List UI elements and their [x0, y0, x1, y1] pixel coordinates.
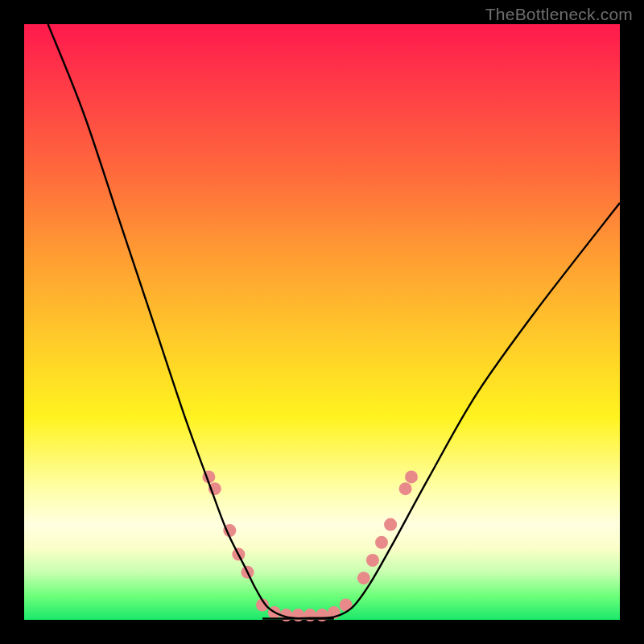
outer-frame: TheBottleneck.com — [0, 0, 644, 644]
data-bead — [399, 482, 412, 495]
data-bead — [405, 470, 418, 483]
gradient-plot-area — [24, 24, 620, 620]
data-bead — [366, 554, 379, 567]
chart-svg — [24, 24, 620, 620]
right-curve — [262, 203, 620, 619]
data-bead — [291, 609, 304, 621]
left-curve — [48, 24, 334, 619]
watermark-text: TheBottleneck.com — [485, 5, 633, 24]
data-bead — [357, 572, 370, 584]
data-bead — [384, 518, 397, 531]
data-bead — [375, 536, 388, 549]
